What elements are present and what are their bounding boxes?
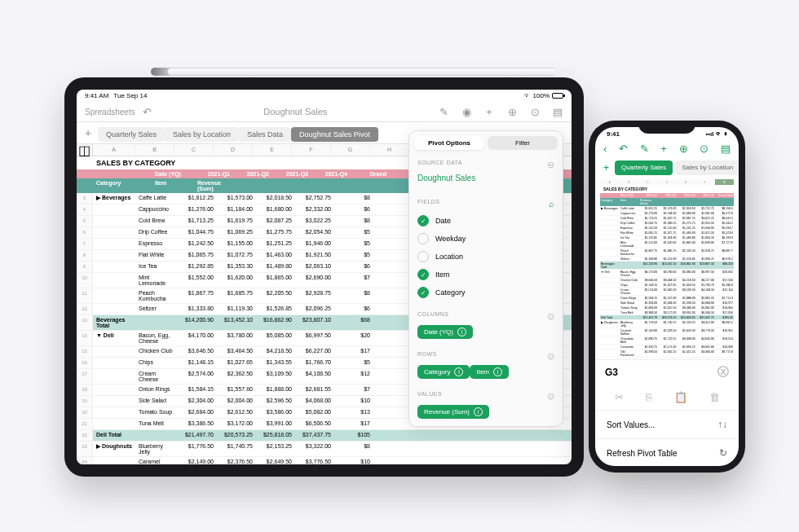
table-row[interactable]: Peach Kombucha$1,867.75$1,685.75$2,205.5…	[600, 248, 734, 257]
collab-icon[interactable]: ⊕	[679, 143, 688, 155]
more-icon[interactable]: ⊙	[700, 143, 709, 155]
collab-icon[interactable]: ⊕	[506, 106, 518, 117]
search-fields-icon[interactable]: ⌕	[549, 199, 555, 209]
column-header[interactable]: G	[331, 144, 370, 156]
brush-icon[interactable]: ✎	[438, 106, 449, 117]
undo-icon[interactable]: ↶	[619, 143, 628, 155]
tab-sales-by-location[interactable]: Sales by Location	[675, 160, 739, 175]
table-row[interactable]: Mint Lemonade$1,552.00$1,620.00$1,865.00…	[600, 240, 734, 248]
battery-icon	[552, 93, 563, 99]
format-icon[interactable]: ▤	[721, 143, 731, 155]
columns-more-icon[interactable]: ⊙	[547, 311, 555, 322]
values-more-icon[interactable]: ⊙	[547, 391, 555, 402]
sheet-tab[interactable]: Sales Data	[239, 127, 291, 142]
column-header[interactable]: G	[715, 179, 734, 185]
add-tab-icon[interactable]: +	[600, 160, 612, 175]
pivot-pill[interactable]: Revenue (Sum)i	[417, 405, 489, 419]
back-icon[interactable]: ‹	[603, 143, 607, 155]
add-sheet-button[interactable]: +	[82, 126, 95, 139]
pivot-pill[interactable]: Date (YQ)i	[417, 325, 473, 339]
iphone-time: 9:41	[607, 130, 620, 138]
fields-label: FIELDS	[417, 199, 440, 209]
back-label[interactable]: Spreadsheets	[85, 108, 135, 117]
delete-icon[interactable]: 🗑	[709, 391, 720, 403]
field-checkbox[interactable]	[417, 233, 429, 244]
table-row[interactable]: Old Fashioned$1,939.50$2,002.25$2,415.25…	[600, 350, 734, 358]
info-icon[interactable]: i	[457, 328, 466, 336]
field-checkbox[interactable]: ✓	[417, 287, 429, 298]
table-row[interactable]: ▼ DeliBacon, Egg, Cheese$4,170.00$3,780.…	[600, 270, 734, 278]
rows-more-icon[interactable]: ⊙	[547, 351, 555, 362]
field-name: Date	[435, 217, 451, 225]
field-checkbox[interactable]: ✓	[417, 215, 429, 226]
source-more-icon[interactable]: ⊖	[547, 160, 555, 170]
more-icon[interactable]: ⊙	[529, 106, 541, 117]
pivot-tab-filter[interactable]: Filter	[488, 136, 558, 150]
columns-section-label: COLUMNS	[417, 311, 449, 322]
copy-icon[interactable]: ⎘	[646, 391, 652, 403]
pivot-pill[interactable]: Itemi	[470, 365, 509, 379]
pivot-options-panel: Pivot Options Filter SOURCE DATA ⊖ Dough…	[408, 130, 563, 427]
table-row[interactable]: 22Deli Total$21,497.70$20,573.25$25,818.…	[77, 430, 572, 442]
info-icon[interactable]: i	[474, 407, 483, 416]
field-checkbox[interactable]	[417, 251, 429, 262]
tab-quarterly-sales[interactable]: Quarterly Sales	[615, 160, 673, 175]
column-header[interactable]: H	[370, 144, 409, 156]
source-data-name[interactable]: Doughnut Sales	[417, 174, 554, 182]
undo-icon[interactable]: ↶	[142, 106, 153, 117]
status-date: Tue Sep 14	[113, 92, 147, 99]
table-row[interactable]: 24Caramel Saffron$2,149.00$2,376.50$2,64…	[77, 457, 572, 464]
field-item[interactable]: Location	[417, 248, 554, 266]
field-name: Location	[435, 253, 463, 261]
pivot-tab-options[interactable]: Pivot Options	[414, 136, 484, 150]
paste-icon[interactable]: 📋	[674, 391, 687, 403]
iphone-signal-icons: ••ıl ᯤ ▮	[706, 130, 728, 138]
sheet-tab[interactable]: Doughnut Sales Pivot	[291, 127, 378, 142]
cut-icon[interactable]: ✂	[615, 391, 624, 403]
corner-cell[interactable]: ◫	[77, 144, 93, 156]
column-header[interactable]: A	[93, 144, 135, 156]
column-header[interactable]: E	[253, 144, 292, 156]
column-header[interactable]: C	[638, 179, 657, 185]
column-header[interactable]: F	[695, 179, 714, 185]
format-panel-icon[interactable]: ▤	[552, 106, 563, 117]
field-item[interactable]: ✓Item	[417, 266, 554, 284]
add-icon[interactable]: +	[660, 143, 667, 155]
column-header[interactable]: D	[214, 144, 253, 156]
sheet-tab[interactable]: Sales by Location	[165, 127, 239, 142]
cell-ref-label: G3	[605, 367, 618, 378]
info-icon[interactable]: i	[493, 367, 502, 376]
column-header[interactable]: C	[174, 144, 214, 156]
table-row[interactable]: 23▶ DoughnutsBlueberry Jelly$1,776.50$1,…	[77, 442, 572, 457]
note-icon[interactable]: ◉	[461, 106, 472, 117]
column-header[interactable]: D	[657, 179, 676, 185]
ipad-device: 9:41 AM Tue Sep 14 ᯤ 100% Spreadsheets ↶…	[64, 77, 584, 477]
action-toolbar: ✂ ⎘ 📋 🗑	[595, 385, 739, 410]
iphone-spreadsheet[interactable]: ABCDEFG SALES BY CATEGORY Date (YQ)2021-…	[595, 178, 739, 359]
field-item[interactable]: ✓Date	[417, 212, 554, 230]
context-menu-item[interactable]: Sort Values...↑↓	[595, 410, 739, 438]
close-icon[interactable]: ⓧ	[717, 365, 729, 380]
table-row[interactable]: Beverages Total$14,200.90$13,452.10$16,8…	[600, 262, 734, 270]
add-icon[interactable]: +	[483, 106, 495, 117]
table-row[interactable]: Chocolate Malt$2,830.75$2,720.25$3,338.0…	[600, 336, 734, 345]
table-row[interactable]: Cream Cheese$2,574.00$2,362.50$3,109.50$…	[600, 288, 734, 296]
column-header[interactable]: B	[135, 144, 174, 156]
context-menu-item[interactable]: Refresh Pivot Table↻	[595, 438, 739, 466]
field-item[interactable]: Weekday	[417, 230, 554, 248]
column-header[interactable]: B	[619, 179, 638, 185]
field-checkbox[interactable]: ✓	[417, 269, 429, 280]
sheet-tab[interactable]: Quarterly Sales	[98, 127, 165, 142]
table-row[interactable]: ▶ DoughnutsBlueberry Jelly$1,776.50$1,74…	[600, 320, 734, 328]
field-name: Item	[435, 270, 450, 279]
column-header[interactable]: E	[677, 179, 695, 185]
info-icon[interactable]: i	[454, 367, 463, 376]
column-header[interactable]: A	[600, 179, 619, 185]
brush-icon[interactable]: ✎	[640, 143, 649, 155]
table-row[interactable]: Caramel Saffron$2,149.00$2,376.50$2,649.…	[600, 328, 734, 336]
column-header[interactable]: F	[292, 144, 331, 156]
field-item[interactable]: ✓Category	[417, 284, 554, 301]
pivot-pill[interactable]: Categoryi	[417, 365, 470, 379]
field-name: Weekday	[435, 235, 466, 243]
apple-pencil	[143, 65, 583, 78]
